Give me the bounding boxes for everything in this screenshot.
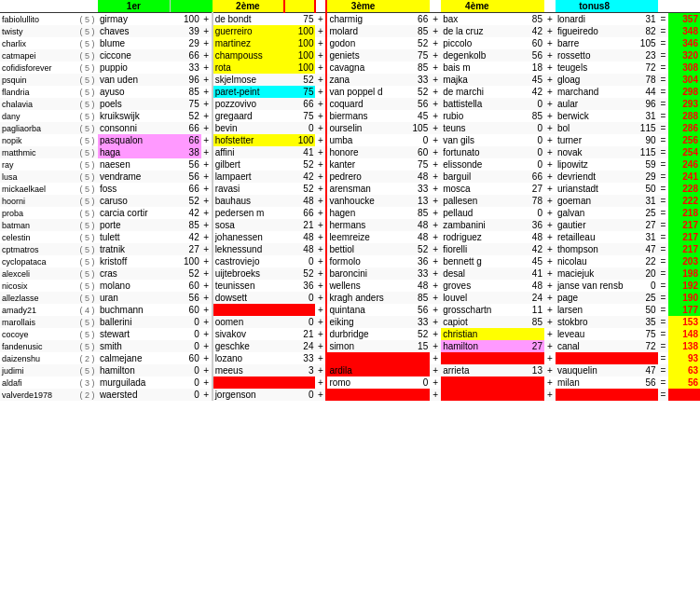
cell-p3: + bbox=[430, 158, 441, 171]
cell-s5: 56 bbox=[633, 376, 657, 389]
cell-p2: + bbox=[315, 389, 326, 401]
cell-s1: 33 bbox=[170, 62, 200, 74]
cell-pts: ( 5 ) bbox=[77, 13, 97, 26]
cell-eq: = bbox=[658, 292, 669, 304]
cell-p1: + bbox=[201, 267, 213, 280]
cell-pts: ( 5 ) bbox=[77, 316, 97, 328]
cell-s2: 36 bbox=[284, 280, 315, 292]
cell-s1: 0 bbox=[170, 340, 200, 352]
header-2eme: 2ème bbox=[213, 0, 284, 13]
cell-n1: murguilada bbox=[98, 376, 170, 389]
cell-n4: capiot bbox=[441, 316, 513, 328]
cell-s3: 48 bbox=[399, 219, 430, 231]
cell-p4: + bbox=[544, 219, 556, 231]
table-row: nopik( 5 )pasqualon66+hofstetter100+umba… bbox=[0, 134, 700, 146]
cell-n2: meeus bbox=[213, 364, 284, 376]
cell-total: 138 bbox=[668, 340, 700, 352]
cell-n1: tulett bbox=[98, 231, 170, 243]
cell-p4: + bbox=[544, 122, 556, 134]
cell-p4: + bbox=[544, 340, 556, 352]
cell-eq: = bbox=[658, 158, 669, 171]
cell-n4 bbox=[441, 352, 513, 364]
cell-total: 222 bbox=[668, 195, 700, 207]
cell-pts: ( 5 ) bbox=[77, 122, 97, 134]
cell-n1: girmay bbox=[98, 13, 170, 26]
cell-total: 357 bbox=[668, 13, 700, 26]
cell-total: 177 bbox=[668, 304, 700, 316]
cell-p2: + bbox=[315, 255, 326, 267]
cell-n5 bbox=[556, 389, 633, 401]
cell-n3: baroncini bbox=[326, 267, 398, 280]
cell-n5: gautier bbox=[556, 219, 633, 231]
table-row: chalavia( 5 )poels75+pozzovivo66+coquard… bbox=[0, 98, 700, 110]
header-4eme: 4ème bbox=[441, 0, 513, 13]
cell-team: nicosix bbox=[0, 280, 77, 292]
cell-p3: + bbox=[430, 280, 441, 292]
cell-n1: kristoff bbox=[98, 255, 170, 267]
cell-pts: ( 5 ) bbox=[77, 292, 97, 304]
cell-s3: 75 bbox=[399, 49, 430, 62]
cell-s5: 72 bbox=[633, 62, 657, 74]
cell-n5: marchand bbox=[556, 86, 633, 98]
rankings-table: 1er 2ème 3ème 4ème tonus8 fabiolullito( … bbox=[0, 0, 700, 401]
cell-s3: 45 bbox=[399, 110, 430, 122]
cell-n5 bbox=[556, 352, 633, 364]
cell-n2: sivakov bbox=[213, 328, 284, 340]
cell-eq: = bbox=[658, 74, 669, 86]
cell-n4: bax bbox=[441, 13, 513, 26]
cell-s1: 0 bbox=[170, 364, 200, 376]
cell-eq: = bbox=[658, 340, 669, 352]
cell-n3: simon bbox=[326, 340, 398, 352]
cell-s3: 15 bbox=[399, 340, 430, 352]
cell-total: 93 bbox=[668, 352, 700, 364]
cell-pts: ( 5 ) bbox=[77, 364, 97, 376]
cell-p1: + bbox=[201, 62, 213, 74]
cell-n5: turner bbox=[556, 134, 633, 146]
cell-p3: + bbox=[430, 304, 441, 316]
cell-s4: 0 bbox=[514, 122, 544, 134]
cell-p2: + bbox=[315, 183, 326, 195]
cell-n5: thompson bbox=[556, 243, 633, 255]
cell-p3: + bbox=[430, 134, 441, 146]
cell-total: 348 bbox=[668, 25, 700, 37]
cell-p3: + bbox=[430, 25, 441, 37]
cell-p2: + bbox=[315, 13, 326, 26]
cell-pts: ( 5 ) bbox=[77, 49, 97, 62]
cell-p3: + bbox=[430, 267, 441, 280]
cell-s3: 56 bbox=[399, 304, 430, 316]
cell-n2: champouss bbox=[213, 49, 284, 62]
cell-n2: guerreiro bbox=[213, 25, 284, 37]
cell-n2: geschke bbox=[213, 340, 284, 352]
cell-p1: + bbox=[201, 292, 213, 304]
cell-p3: + bbox=[430, 207, 441, 219]
header-team bbox=[0, 0, 77, 13]
cell-pts: ( 2 ) bbox=[77, 352, 97, 364]
cell-n1: molano bbox=[98, 280, 170, 292]
cell-s1: 27 bbox=[170, 243, 200, 255]
cell-p4: + bbox=[544, 267, 556, 280]
cell-n4: grosschartn bbox=[441, 304, 513, 316]
cell-s5: 105 bbox=[633, 37, 657, 49]
table-row: hoorni( 5 )caruso52+bauhaus48+vanhoucke1… bbox=[0, 195, 700, 207]
cell-s1: 66 bbox=[170, 49, 200, 62]
cell-p1: + bbox=[201, 389, 213, 401]
cell-n4: pallesen bbox=[441, 195, 513, 207]
header-sign4 bbox=[544, 0, 556, 13]
cell-n3: quintana bbox=[326, 304, 398, 316]
header-sign3 bbox=[430, 0, 441, 13]
cell-p4: + bbox=[544, 195, 556, 207]
cell-n5: novak bbox=[556, 146, 633, 158]
cell-n2: bauhaus bbox=[213, 195, 284, 207]
cell-s1: 0 bbox=[170, 328, 200, 340]
cell-s1: 29 bbox=[170, 37, 200, 49]
cell-n1: pasqualon bbox=[98, 134, 170, 146]
cell-s3: 0 bbox=[399, 134, 430, 146]
cell-s5: 25 bbox=[633, 207, 657, 219]
cell-n5: nicolau bbox=[556, 255, 633, 267]
cell-eq: = bbox=[658, 13, 669, 26]
cell-p3: + bbox=[430, 195, 441, 207]
cell-eq: = bbox=[658, 364, 669, 376]
cell-s2: 24 bbox=[284, 340, 315, 352]
cell-n3: biermans bbox=[326, 110, 398, 122]
cell-eq: = bbox=[658, 219, 669, 231]
